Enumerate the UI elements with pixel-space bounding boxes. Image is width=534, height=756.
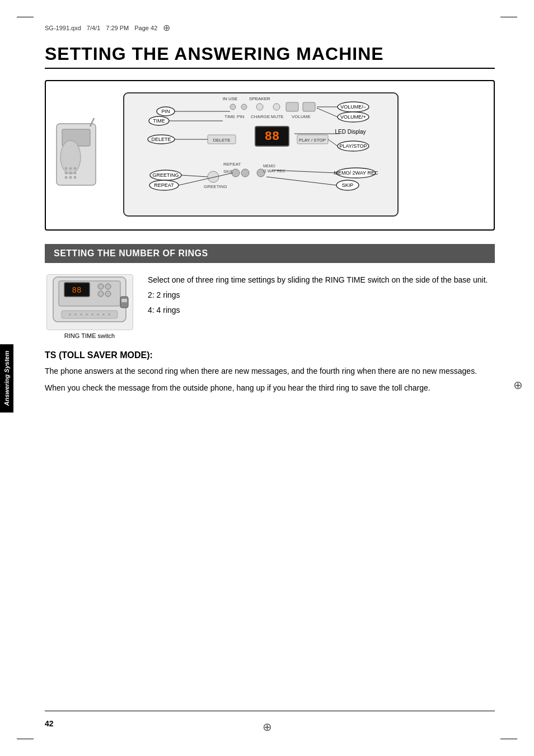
svg-point-38 bbox=[241, 169, 249, 177]
svg-rect-83 bbox=[121, 299, 127, 302]
device-image bbox=[54, 118, 115, 192]
svg-text:TIME: TIME bbox=[224, 114, 235, 119]
ring-time-image-area: 88 bbox=[45, 274, 134, 339]
svg-point-85 bbox=[69, 313, 71, 316]
svg-point-3 bbox=[65, 167, 68, 170]
svg-text:IN USE: IN USE bbox=[223, 96, 238, 101]
svg-point-86 bbox=[74, 313, 77, 316]
option-2-rings: 2: 2 rings bbox=[148, 289, 495, 301]
content-text-area: Select one of three ring time settings b… bbox=[148, 274, 495, 339]
svg-rect-18 bbox=[286, 102, 298, 111]
bottom-rule bbox=[45, 711, 495, 711]
svg-text:VOLUME: VOLUME bbox=[292, 114, 311, 119]
svg-text:PLAY/STOP: PLAY/STOP bbox=[339, 143, 367, 149]
svg-point-81 bbox=[105, 291, 111, 297]
svg-text:PLAY / STOP: PLAY / STOP bbox=[299, 138, 326, 143]
svg-point-92 bbox=[108, 313, 110, 316]
svg-point-14 bbox=[230, 104, 236, 110]
svg-point-37 bbox=[232, 169, 240, 177]
meta-time: 7:29 PM bbox=[106, 25, 129, 31]
page-number: 42 bbox=[45, 719, 54, 728]
diagram-box: IN USE SPEAKER TIME PIN CHARGE MUTE VOLU… bbox=[45, 80, 495, 231]
svg-point-89 bbox=[91, 313, 93, 316]
svg-point-11 bbox=[74, 176, 77, 179]
svg-point-4 bbox=[69, 167, 72, 170]
svg-text:/2 WAY REC: /2 WAY REC bbox=[263, 169, 285, 173]
filename: SG-1991.qxd bbox=[45, 25, 81, 31]
toll-saver-section: TS (TOLL SAVER MODE): The phone answers … bbox=[45, 350, 495, 395]
svg-text:LED Display: LED Display bbox=[335, 129, 366, 135]
content-section: 88 bbox=[45, 274, 495, 339]
toll-saver-text2: When you check the message from the outs… bbox=[45, 382, 495, 394]
svg-text:88: 88 bbox=[265, 130, 279, 144]
svg-text:DELETE: DELETE bbox=[213, 138, 230, 143]
control-panel-svg: IN USE SPEAKER TIME PIN CHARGE MUTE VOLU… bbox=[121, 90, 401, 219]
page-title: SETTING THE ANSWERING MACHINE bbox=[45, 44, 495, 64]
svg-point-78 bbox=[98, 284, 104, 289]
option-4-rings: 4: 4 rings bbox=[148, 304, 495, 316]
svg-point-79 bbox=[105, 284, 111, 289]
svg-text:REPEAT: REPEAT bbox=[154, 182, 174, 188]
svg-point-80 bbox=[98, 291, 104, 297]
ring-time-label: RING TIME switch bbox=[64, 332, 115, 339]
svg-point-33 bbox=[208, 171, 219, 182]
svg-point-15 bbox=[241, 104, 247, 110]
ring-time-image: 88 bbox=[46, 274, 133, 330]
meta-date: 7/4/1 bbox=[87, 25, 100, 31]
svg-point-6 bbox=[65, 172, 68, 175]
svg-text:REPEAT: REPEAT bbox=[223, 162, 241, 167]
svg-text:MEMO/ 2WAY REC: MEMO/ 2WAY REC bbox=[334, 170, 378, 176]
svg-text:GREETING: GREETING bbox=[204, 184, 227, 189]
svg-text:SPEAKER: SPEAKER bbox=[249, 96, 270, 101]
svg-text:CHARGE: CHARGE bbox=[251, 114, 270, 119]
base-unit-svg: 88 bbox=[48, 274, 132, 327]
svg-point-10 bbox=[69, 176, 72, 179]
title-rule bbox=[45, 68, 495, 69]
svg-text:TIME: TIME bbox=[153, 118, 165, 124]
control-panel-area: IN USE SPEAKER TIME PIN CHARGE MUTE VOLU… bbox=[121, 90, 483, 220]
section-header: SETTING THE NUMBER OF RINGS bbox=[45, 244, 495, 263]
right-crosshair: ⊕ bbox=[513, 378, 523, 392]
svg-text:VOLUME/–: VOLUME/– bbox=[340, 104, 366, 110]
top-metadata: SG-1991.qxd 7/4/1 7:29 PM Page 42 bbox=[45, 22, 495, 34]
svg-point-87 bbox=[80, 313, 82, 316]
svg-point-90 bbox=[97, 313, 99, 316]
toll-saver-title: TS (TOLL SAVER MODE): bbox=[45, 350, 495, 360]
svg-point-91 bbox=[102, 313, 105, 316]
svg-point-88 bbox=[86, 313, 88, 316]
top-crosshair bbox=[163, 22, 174, 34]
svg-rect-19 bbox=[303, 102, 315, 111]
svg-text:GREETING: GREETING bbox=[152, 172, 179, 178]
svg-text:VOLUME/+: VOLUME/+ bbox=[340, 114, 366, 120]
toll-saver-text1: The phone answers at the second ring whe… bbox=[45, 365, 495, 377]
svg-point-16 bbox=[256, 104, 263, 110]
svg-text:SKIP: SKIP bbox=[342, 182, 354, 188]
svg-text:PIN: PIN bbox=[161, 109, 170, 114]
svg-point-7 bbox=[69, 172, 72, 175]
svg-text:88: 88 bbox=[72, 286, 82, 295]
svg-text:MEMO: MEMO bbox=[263, 164, 275, 168]
bottom-crosshair: ⊕ bbox=[263, 720, 272, 734]
svg-text:MUTE: MUTE bbox=[271, 114, 284, 119]
svg-point-5 bbox=[74, 167, 77, 170]
intro-text: Select one of three ring time settings b… bbox=[148, 274, 495, 286]
meta-page: Page 42 bbox=[134, 25, 157, 31]
svg-point-8 bbox=[74, 172, 77, 175]
svg-text:PIN: PIN bbox=[237, 114, 245, 119]
svg-point-9 bbox=[65, 176, 68, 179]
phone-device-svg bbox=[54, 118, 104, 191]
svg-point-17 bbox=[273, 104, 280, 110]
svg-text:DELETE: DELETE bbox=[151, 137, 171, 142]
